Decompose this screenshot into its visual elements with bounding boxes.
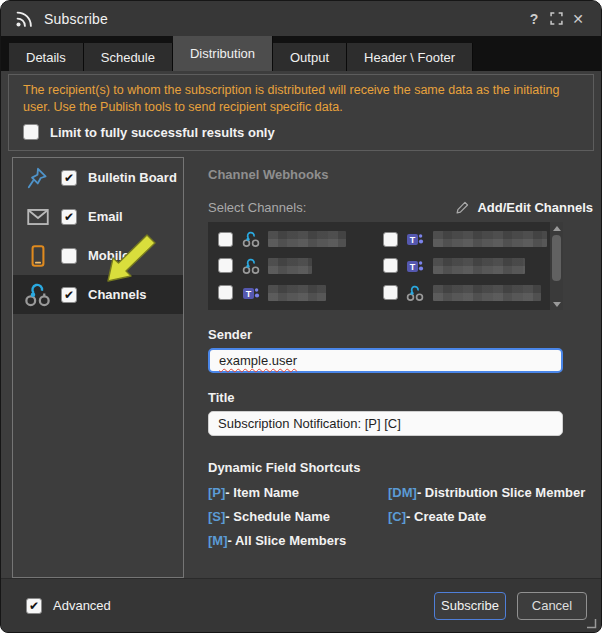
teams-icon: T — [241, 283, 260, 302]
limit-results-checkbox[interactable] — [23, 124, 39, 140]
footer-bar: ✔ Advanced Subscribe Cancel — [1, 578, 601, 632]
channel-list: T T T — [208, 222, 563, 310]
redacted-channel-name — [433, 285, 541, 301]
scrollbar-thumb[interactable] — [552, 235, 561, 281]
channel-checkbox[interactable] — [218, 232, 233, 247]
warning-text: The recipient(s) to whom the subscriptio… — [23, 82, 568, 116]
maximize-icon[interactable] — [545, 12, 567, 25]
shortcut-item: [S]- Schedule Name — [208, 509, 388, 524]
tab-schedule[interactable]: Schedule — [84, 43, 173, 71]
scroll-up-icon[interactable] — [550, 222, 563, 234]
channel-list-item[interactable] — [218, 226, 383, 253]
channel-list-item[interactable]: T — [218, 279, 383, 306]
sidebar-item-bulletin-board[interactable]: ✔ Bulletin Board — [13, 158, 183, 197]
cancel-button[interactable]: Cancel — [517, 592, 587, 620]
redacted-channel-name — [433, 258, 525, 274]
window-title: Subscribe — [44, 11, 108, 27]
subscribe-dialog: Subscribe ? ✕ Details Schedule Distribut… — [0, 0, 602, 633]
channel-list-item[interactable]: T — [383, 253, 548, 280]
channel-checkbox[interactable] — [218, 258, 233, 273]
sidebar-item-channels[interactable]: ✔ Channels — [13, 275, 183, 314]
sidebar-item-label: Bulletin Board — [88, 170, 177, 185]
redacted-channel-name — [268, 258, 312, 274]
redacted-channel-name — [268, 231, 346, 247]
tab-details[interactable]: Details — [9, 43, 84, 71]
channel-list-item[interactable] — [383, 279, 548, 306]
limit-results-label: Limit to fully successful results only — [50, 125, 275, 140]
sidebar-item-mobile[interactable]: Mobile — [13, 236, 183, 275]
shortcuts-list: [P]- Item Name [DM]- Distribution Slice … — [208, 485, 593, 548]
distribution-tab-page: The recipient(s) to whom the subscriptio… — [1, 71, 601, 578]
channel-list-scrollbar[interactable] — [550, 222, 563, 310]
teams-icon: T — [406, 256, 425, 275]
channel-webhooks-panel: Channel Webhooks Select Channels: Add/Ed… — [184, 157, 601, 578]
redacted-channel-name — [268, 285, 326, 301]
add-edit-channels-button[interactable]: Add/Edit Channels — [455, 200, 593, 215]
bulletin-board-checkbox[interactable]: ✔ — [61, 170, 77, 186]
webhook-icon — [241, 256, 260, 275]
sidebar-item-label: Channels — [88, 287, 147, 302]
sidebar-item-email[interactable]: ✔ Email — [13, 197, 183, 236]
tab-header-footer[interactable]: Header \ Footer — [347, 43, 473, 71]
resize-grip[interactable] — [586, 618, 597, 629]
channel-list-item[interactable] — [218, 253, 383, 280]
channel-checkbox[interactable] — [383, 285, 398, 300]
mobile-icon — [24, 242, 51, 269]
pushpin-icon — [24, 164, 51, 191]
title-input[interactable]: Subscription Notification: [P] [C] — [208, 411, 563, 436]
channel-checkbox[interactable] — [383, 232, 398, 247]
channel-checkbox[interactable] — [383, 258, 398, 273]
sidebar-item-label: Email — [88, 209, 123, 224]
tab-output[interactable]: Output — [273, 43, 347, 71]
advanced-checkbox[interactable]: ✔ — [26, 598, 42, 614]
tab-strip: Details Schedule Distribution Output Hea… — [1, 36, 601, 71]
email-checkbox[interactable]: ✔ — [61, 209, 77, 225]
subscribe-button[interactable]: Subscribe — [434, 592, 506, 620]
shortcut-item: [P]- Item Name — [208, 485, 388, 500]
advanced-label: Advanced — [53, 598, 111, 613]
webhook-icon — [241, 230, 260, 249]
subscribe-rss-icon — [13, 8, 35, 30]
shortcut-item: [M]- All Slice Members — [208, 533, 388, 548]
tab-distribution[interactable]: Distribution — [173, 36, 273, 71]
envelope-icon — [24, 203, 51, 230]
shortcut-item: [C]- Create Date — [388, 509, 593, 524]
webhook-icon — [406, 283, 425, 302]
close-icon[interactable]: ✕ — [567, 11, 589, 27]
sidebar-item-label: Mobile — [88, 248, 129, 263]
sender-label: Sender — [208, 327, 593, 342]
select-channels-label: Select Channels: — [208, 200, 306, 215]
scroll-down-icon[interactable] — [550, 298, 563, 310]
svg-text:T: T — [410, 235, 416, 245]
channel-list-item[interactable]: T — [383, 226, 548, 253]
teams-icon: T — [406, 230, 425, 249]
pencil-icon — [455, 200, 470, 215]
warning-box: The recipient(s) to whom the subscriptio… — [8, 74, 594, 151]
title-label: Title — [208, 390, 593, 405]
svg-text:T: T — [245, 288, 251, 298]
shortcuts-heading: Dynamic Field Shortcuts — [208, 460, 593, 475]
shortcut-item: [DM]- Distribution Slice Member — [388, 485, 593, 500]
channels-checkbox[interactable]: ✔ — [61, 287, 77, 303]
channel-checkbox[interactable] — [218, 285, 233, 300]
channel-type-sidebar: ✔ Bulletin Board ✔ Email — [12, 157, 184, 578]
redacted-channel-name — [433, 231, 548, 247]
panel-heading: Channel Webhooks — [208, 167, 593, 182]
svg-text:T: T — [410, 262, 416, 272]
webhook-icon — [24, 281, 51, 308]
title-bar: Subscribe ? ✕ — [1, 1, 601, 36]
help-icon[interactable]: ? — [523, 11, 545, 27]
mobile-checkbox[interactable] — [61, 248, 77, 264]
sender-input[interactable]: example.user — [208, 348, 563, 373]
